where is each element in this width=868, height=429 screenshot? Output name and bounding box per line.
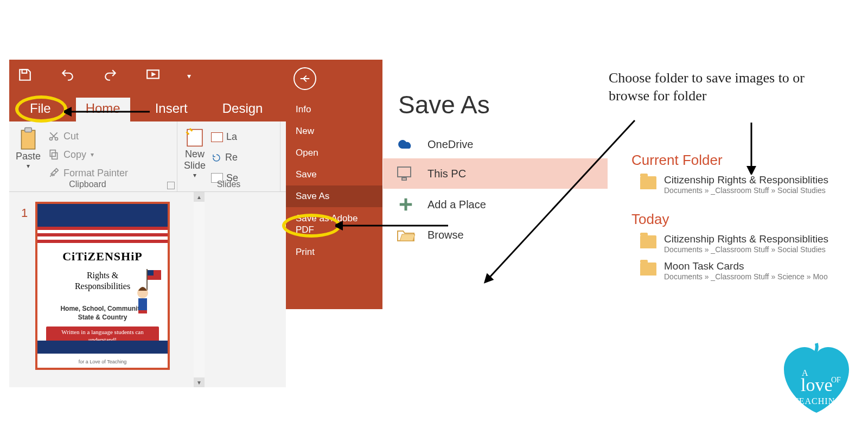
backstage-item-open[interactable]: Open	[286, 142, 382, 164]
ribbon-group-clipboard: Paste ▾ Cut Copy ▾ Format Painter Clip	[9, 121, 177, 191]
clipboard-actions: Cut Copy ▾ Format Painter	[48, 127, 128, 183]
logo-text-teaching: TEACHING	[793, 396, 842, 406]
qat-more-icon[interactable]: ▾	[187, 72, 191, 80]
folder-name: Moon Task Cards	[664, 260, 828, 272]
svg-rect-13	[138, 298, 147, 310]
scrollbar[interactable]: ▲ ▼	[194, 192, 205, 387]
layout-button[interactable]: La	[211, 127, 238, 148]
paste-label: Paste	[16, 151, 41, 162]
folder-name: Citizenship Rights & Responsiblities	[664, 233, 828, 245]
ribbon-group-slides: New Slide ▾ La Re Se Slides	[177, 121, 280, 191]
tab-insert[interactable]: Insert	[145, 98, 197, 121]
svg-rect-8	[187, 130, 202, 146]
svg-rect-3	[25, 128, 32, 132]
backstage-item-info[interactable]: Info	[286, 99, 382, 120]
folder-path: Documents » _Classroom Stuff » Science »…	[664, 272, 828, 281]
tab-home[interactable]: Home	[76, 98, 130, 121]
layout-label-trunc: La	[226, 127, 237, 148]
location-browse[interactable]: Browse	[383, 220, 608, 249]
folder-path: Documents » _Classroom Stuff » Social St…	[664, 186, 828, 195]
location-onedrive-label: OneDrive	[427, 138, 473, 151]
folder-icon	[640, 235, 656, 248]
folder-item[interactable]: Moon Task Cards Documents » _Classroom S…	[608, 257, 868, 284]
annotation-text: Choose folder to save images to or brows…	[609, 69, 847, 105]
scroll-down-icon[interactable]: ▼	[194, 377, 205, 387]
location-onedrive[interactable]: OneDrive	[383, 130, 608, 158]
chevron-down-icon: ▾	[27, 162, 30, 170]
save-icon[interactable]	[18, 68, 32, 84]
clipart-child-flag-icon	[131, 269, 163, 318]
ribbon-tabs: File Home Insert Design	[9, 92, 286, 121]
chevron-down-icon: ▾	[193, 171, 196, 179]
logo-text-love: love	[801, 375, 833, 395]
section-today: Today	[608, 198, 868, 230]
group-title-slides: Slides	[177, 180, 280, 189]
new-slide-label: New Slide	[184, 149, 206, 171]
backstage-menu: Info New Open Save Save As Save as Adobe…	[286, 60, 382, 309]
ribbon: Paste ▾ Cut Copy ▾ Format Painter Clip	[9, 121, 286, 192]
backstage-item-save[interactable]: Save	[286, 164, 382, 185]
scroll-up-icon[interactable]: ▲	[194, 192, 205, 202]
svg-rect-15	[398, 167, 411, 177]
back-button[interactable]	[293, 67, 316, 90]
tab-file[interactable]: File	[20, 98, 61, 121]
svg-rect-0	[22, 69, 27, 73]
dialog-launcher-icon[interactable]	[167, 182, 175, 189]
quick-access-toolbar: ▾	[9, 60, 286, 92]
location-this-pc[interactable]: This PC	[383, 158, 608, 189]
thumb-title: CiTiZENSHiP	[37, 249, 168, 264]
cut-button[interactable]: Cut	[48, 127, 128, 145]
powerpoint-window: ▾ File Home Insert Design Paste ▾ Cut C	[9, 60, 286, 387]
computer-icon	[396, 166, 416, 181]
svg-rect-2	[21, 130, 35, 149]
paste-button[interactable]: Paste ▾	[16, 127, 41, 170]
logo-text-of: OF	[831, 376, 841, 384]
scroll-thumb[interactable]	[194, 202, 205, 377]
slides-sidebuttons: La Re Se	[211, 127, 238, 188]
folder-item[interactable]: Citizenship Rights & Responsiblities Doc…	[608, 230, 868, 257]
slide-thumbnail[interactable]: CiTiZENSHiP Rights & Responsibilities Ho…	[35, 202, 170, 370]
folder-name: Citizenship Rights & Responsiblities	[664, 174, 828, 186]
new-slide-button[interactable]: New Slide ▾	[184, 127, 206, 179]
folder-icon	[640, 262, 656, 276]
folder-path: Documents » _Classroom Stuff » Social St…	[664, 245, 828, 254]
slide-thumbnail-panel: 1 CiTiZENSHiP Rights & Responsibilities …	[9, 192, 286, 387]
tab-design[interactable]: Design	[213, 98, 273, 121]
undo-icon[interactable]	[58, 68, 76, 84]
location-this-pc-label: This PC	[427, 168, 466, 180]
location-browse-label: Browse	[427, 229, 464, 241]
slideshow-icon[interactable]	[145, 68, 161, 84]
folder-item[interactable]: Citizenship Rights & Responsiblities Doc…	[608, 171, 868, 198]
copy-button[interactable]: Copy ▾	[48, 145, 128, 164]
copy-label: Copy	[63, 145, 86, 164]
save-as-panel: Save As OneDrive This PC Add a Place Bro…	[382, 60, 608, 309]
folder-icon	[640, 176, 656, 189]
backstage-item-save-adobe-pdf[interactable]: Save as Adobe PDF	[286, 207, 382, 241]
add-icon	[396, 196, 416, 213]
location-add-place[interactable]: Add a Place	[383, 189, 608, 220]
folder-open-icon	[396, 228, 416, 242]
chevron-down-icon: ▾	[91, 149, 94, 161]
redo-icon[interactable]	[103, 68, 119, 84]
backstage-item-print[interactable]: Print	[286, 241, 382, 263]
location-add-place-label: Add a Place	[427, 199, 486, 211]
cloud-icon	[396, 138, 416, 151]
thumb-footer: for a Love of Teaching	[37, 359, 168, 364]
reset-button[interactable]: Re	[211, 148, 238, 168]
backstage-item-new[interactable]: New	[286, 120, 382, 142]
blog-logo: A love OF TEACHING	[776, 338, 857, 419]
svg-rect-16	[402, 178, 406, 180]
save-as-title: Save As	[383, 60, 608, 130]
backstage-item-save-as[interactable]: Save As	[286, 185, 382, 207]
svg-rect-10	[147, 270, 154, 276]
group-title-clipboard: Clipboard	[9, 180, 166, 189]
reset-label-trunc: Re	[225, 148, 238, 168]
slide-number: 1	[21, 206, 28, 220]
svg-rect-14	[138, 310, 147, 313]
cut-label: Cut	[63, 127, 79, 145]
thumbnail-column: 1 CiTiZENSHiP Rights & Responsibilities …	[9, 192, 194, 387]
